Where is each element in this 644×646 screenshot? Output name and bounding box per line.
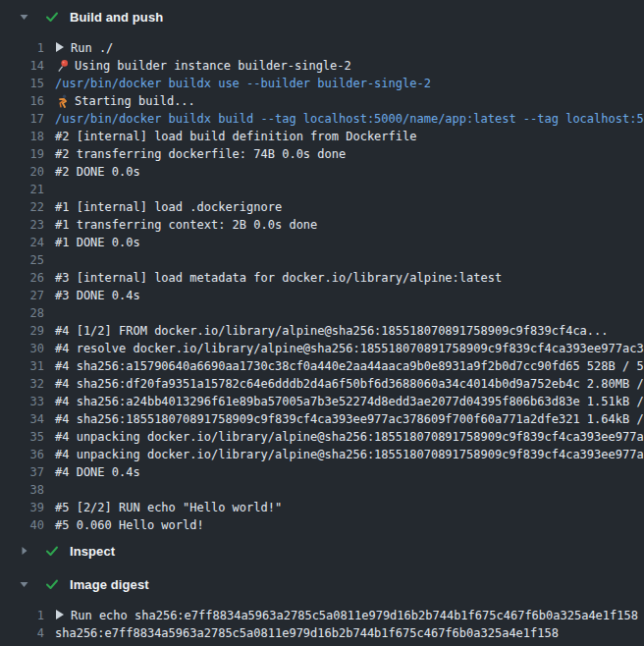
- log-text: #4 sha256:a24bb4013296f61e89ba57005a7b3e…: [44, 393, 644, 410]
- line-number[interactable]: 25: [0, 251, 44, 269]
- line-number[interactable]: 14: [0, 57, 44, 75]
- line-number[interactable]: 37: [0, 463, 44, 481]
- check-success-icon: [44, 576, 60, 592]
- line-number[interactable]: 17: [0, 110, 44, 128]
- line-number[interactable]: 21: [0, 181, 44, 198]
- log-text: [44, 181, 644, 198]
- log-text: #4 sha256:a15790640a6690aa1730c38cf0a440…: [44, 357, 644, 375]
- log-line: 31#4 sha256:a15790640a6690aa1730c38cf0a4…: [0, 357, 644, 375]
- log-text-value: #1 [internal] load .dockerignore: [55, 198, 282, 216]
- section-title: Inspect: [70, 544, 115, 559]
- log-text-value: #4 sha256:df20fa9351a15782c64e6dddb2d4a6…: [55, 375, 644, 393]
- log-line: 21: [0, 181, 644, 198]
- workflow-log-viewer: Build and push1Run ./14Using builder ins…: [0, 0, 644, 642]
- log-text: #4 sha256:185518070891758909c9f839cf4ca3…: [44, 410, 644, 428]
- line-number[interactable]: 30: [0, 340, 44, 357]
- log-text-value: #2 [internal] load build definition from…: [55, 128, 416, 145]
- log-text-value: #5 0.060 Hello world!: [55, 516, 204, 534]
- log-text: #2 [internal] load build definition from…: [44, 128, 644, 145]
- line-number[interactable]: 19: [0, 145, 44, 163]
- log-text-value: #2 transferring dockerfile: 74B 0.0s don…: [55, 145, 346, 163]
- line-number[interactable]: 23: [0, 216, 44, 234]
- line-number[interactable]: 16: [0, 92, 44, 110]
- log-line: 15/usr/bin/docker buildx use --builder b…: [0, 75, 644, 92]
- line-number[interactable]: 26: [0, 269, 44, 287]
- log-text-value: #1 transferring context: 2B 0.0s done: [55, 216, 317, 234]
- log-line[interactable]: 1Run ./: [0, 39, 644, 57]
- chevron-down-icon[interactable]: [19, 579, 29, 589]
- log-text-value: #2 DONE 0.0s: [55, 163, 140, 181]
- log-text: #1 [internal] load .dockerignore: [44, 198, 644, 216]
- section-header-build-and-push[interactable]: Build and push: [0, 0, 644, 33]
- play-icon: [55, 39, 71, 57]
- log-text-value: #3 [internal] load metadata for docker.i…: [55, 269, 502, 287]
- line-number[interactable]: 36: [0, 446, 44, 463]
- log-text-value: #3 DONE 0.4s: [55, 287, 140, 304]
- log-text-value: Run ./: [71, 39, 113, 57]
- log-text-value: #4 unpacking docker.io/library/alpine@sh…: [55, 428, 644, 446]
- section-header-image-digest[interactable]: Image digest: [0, 567, 644, 601]
- line-number[interactable]: 24: [0, 234, 44, 251]
- line-number[interactable]: 29: [0, 322, 44, 340]
- log-line: 28: [0, 304, 644, 322]
- line-number[interactable]: 20: [0, 163, 44, 181]
- line-number[interactable]: 1: [0, 39, 44, 57]
- log-text-value: #4 [1/2] FROM docker.io/library/alpine@s…: [55, 322, 609, 340]
- log-line: 34#4 sha256:185518070891758909c9f839cf4c…: [0, 410, 644, 428]
- log-line[interactable]: 1Run echo sha256:e7ff8834a5963a2785c5a08…: [0, 607, 644, 624]
- line-number[interactable]: 39: [0, 499, 44, 516]
- log-line: 37#4 DONE 0.4s: [0, 463, 644, 481]
- line-number[interactable]: 1: [0, 607, 44, 624]
- log-text: #3 [internal] load metadata for docker.i…: [44, 269, 644, 287]
- log-line: 20#2 DONE 0.0s: [0, 163, 644, 181]
- log-text-value: #4 sha256:a24bb4013296f61e89ba57005a7b3e…: [55, 393, 644, 410]
- section-header-inspect[interactable]: Inspect: [0, 534, 644, 567]
- log-text-value: /usr/bin/docker buildx use --builder bui…: [55, 75, 431, 92]
- log-text: #1 DONE 0.0s: [44, 234, 644, 251]
- log-line: 17/usr/bin/docker buildx build --tag loc…: [0, 110, 644, 128]
- log-text: #4 [1/2] FROM docker.io/library/alpine@s…: [44, 322, 644, 340]
- line-number[interactable]: 32: [0, 375, 44, 393]
- line-number[interactable]: 22: [0, 198, 44, 216]
- section-title: Image digest: [70, 577, 149, 592]
- log-line: 22#1 [internal] load .dockerignore: [0, 198, 644, 216]
- log-text-value: /usr/bin/docker buildx build --tag local…: [55, 110, 644, 128]
- log-line: 27#3 DONE 0.4s: [0, 287, 644, 304]
- log-text: Run echo sha256:e7ff8834a5963a2785c5a081…: [44, 607, 644, 624]
- log-line: 24#1 DONE 0.0s: [0, 234, 644, 251]
- log-block-build-and-push: 1Run ./14Using builder instance builder-…: [0, 39, 644, 534]
- line-number[interactable]: 34: [0, 410, 44, 428]
- log-text: #4 resolve docker.io/library/alpine@sha2…: [44, 340, 644, 357]
- log-text: #4 unpacking docker.io/library/alpine@sh…: [44, 446, 644, 463]
- log-text-value: #4 unpacking docker.io/library/alpine@sh…: [55, 446, 644, 463]
- log-line: 16Starting build...: [0, 92, 644, 110]
- log-line: 36#4 unpacking docker.io/library/alpine@…: [0, 446, 644, 463]
- line-number[interactable]: 28: [0, 304, 44, 322]
- log-line: 14Using builder instance builder-single-…: [0, 57, 644, 75]
- line-number[interactable]: 38: [0, 481, 44, 499]
- log-line: 35#4 unpacking docker.io/library/alpine@…: [0, 428, 644, 446]
- line-number[interactable]: 33: [0, 393, 44, 410]
- log-text: Run ./: [44, 39, 644, 57]
- log-line: 26#3 [internal] load metadata for docker…: [0, 269, 644, 287]
- line-number[interactable]: 35: [0, 428, 44, 446]
- check-success-icon: [44, 543, 60, 559]
- log-text-value: #4 resolve docker.io/library/alpine@sha2…: [55, 340, 644, 357]
- log-text-value: #1 DONE 0.0s: [55, 234, 140, 251]
- chevron-right-icon[interactable]: [19, 546, 29, 556]
- line-number[interactable]: 18: [0, 128, 44, 145]
- line-number[interactable]: 15: [0, 75, 44, 92]
- log-text: [44, 481, 644, 499]
- line-number[interactable]: 40: [0, 516, 44, 534]
- line-number[interactable]: 31: [0, 357, 44, 375]
- log-text: /usr/bin/docker buildx use --builder bui…: [44, 75, 644, 92]
- section-title: Build and push: [70, 10, 163, 25]
- log-line: 40#5 0.060 Hello world!: [0, 516, 644, 534]
- chevron-down-icon[interactable]: [19, 12, 29, 22]
- log-text: #1 transferring context: 2B 0.0s done: [44, 216, 644, 234]
- line-number[interactable]: 4: [0, 624, 44, 642]
- log-text: [44, 251, 644, 269]
- pushpin-icon: [55, 59, 70, 73]
- log-line: 39#5 [2/2] RUN echo "Hello world!": [0, 499, 644, 516]
- line-number[interactable]: 27: [0, 287, 44, 304]
